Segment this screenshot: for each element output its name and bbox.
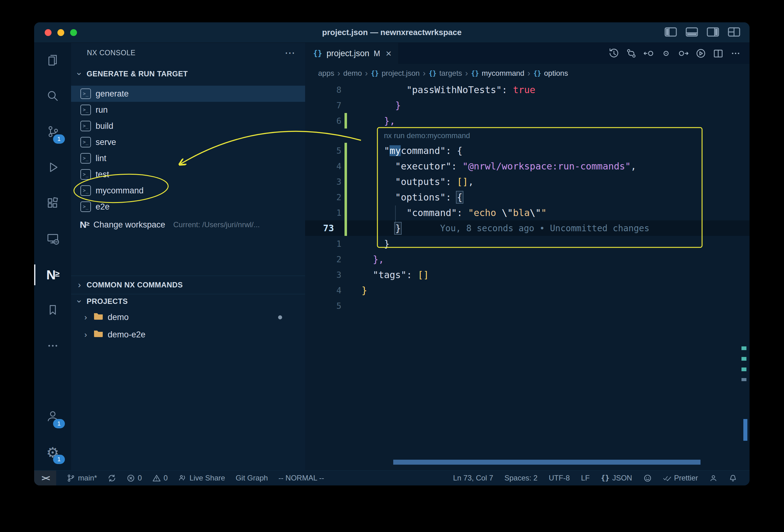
gutter-decorations — [341, 113, 362, 129]
section-generate-run-target[interactable]: › GENERATE & RUN TARGET — [71, 65, 305, 83]
section-projects[interactable]: › PROJECTS — [71, 294, 305, 309]
section-label: GENERATE & RUN TARGET — [87, 69, 188, 78]
breadcrumb-label: apps — [318, 69, 334, 78]
activity-item-remote-explorer[interactable] — [34, 221, 71, 257]
target-item-mycommand[interactable]: >_mycommand — [71, 183, 305, 199]
status-prettier[interactable]: Prettier — [663, 474, 698, 482]
chevron-down-icon: › — [75, 297, 84, 305]
target-label: build — [95, 121, 113, 131]
target-item-generate[interactable]: >_generate — [71, 86, 305, 102]
activity-item-more[interactable] — [34, 328, 71, 364]
status-indentation[interactable]: Spaces: 2 — [504, 474, 537, 482]
close-icon[interactable]: × — [386, 49, 392, 58]
gutter-decorations — [341, 236, 362, 251]
breadcrumb-separator-icon: › — [337, 68, 340, 78]
breadcrumb-demo[interactable]: demo — [343, 69, 362, 78]
horizontal-scrollbar[interactable] — [393, 460, 701, 465]
code-line: 1 "command": "echo \"bla\"" — [305, 205, 750, 220]
tab-project-json[interactable]: {} project.json M × — [305, 43, 399, 64]
status-notifications[interactable] — [729, 474, 737, 482]
status-git-graph[interactable]: Git Graph — [235, 474, 268, 482]
target-item-lint[interactable]: >_lint — [71, 150, 305, 166]
split-editor-icon[interactable] — [711, 46, 725, 60]
target-list: >_generate>_run>_build>_serve>_lint>_tes… — [71, 86, 305, 215]
codelens-run-command[interactable]: nx run demo:mycommand — [305, 129, 750, 143]
gutter-decorations — [341, 189, 362, 205]
status-user-feedback[interactable] — [709, 474, 718, 482]
explorer-icon — [46, 53, 60, 68]
breadcrumb-separator-icon: › — [527, 68, 530, 78]
project-item-demo[interactable]: ›demo — [71, 309, 305, 326]
breadcrumb-apps[interactable]: apps — [318, 69, 334, 78]
code-text: } — [362, 285, 367, 296]
open-changes-left-icon[interactable] — [642, 46, 656, 60]
breadcrumb-options[interactable]: {}options — [533, 69, 568, 78]
status-vim-mode[interactable]: -- NORMAL -- — [278, 474, 324, 482]
target-label: e2e — [95, 202, 110, 212]
open-changes-icon[interactable] — [659, 46, 673, 60]
layout-sidebar-left-icon[interactable] — [665, 27, 677, 38]
line-number: 5 — [305, 146, 341, 156]
remote-icon: >< — [41, 473, 49, 483]
activity-item-settings-gear[interactable]: ⚙1 — [34, 435, 71, 470]
status-encoding[interactable]: UTF-8 — [549, 474, 570, 482]
timeline-icon[interactable] — [607, 46, 621, 60]
play-circle-icon[interactable] — [694, 46, 708, 60]
activity-item-nx-console[interactable]: N≥ — [34, 257, 71, 293]
breadcrumb-project.json[interactable]: {}project.json — [371, 69, 420, 78]
status-cursor-position[interactable]: Ln 73, Col 7 — [453, 474, 493, 482]
status-warnings[interactable]: 0 — [152, 474, 168, 482]
status-sync-changes[interactable] — [108, 474, 116, 482]
activity-item-extensions[interactable] — [34, 186, 71, 221]
status-git-branch[interactable]: main* — [67, 474, 97, 482]
zoom-window-button[interactable] — [70, 29, 77, 36]
activity-item-search[interactable] — [34, 79, 71, 114]
status-language-mode[interactable]: {}JSON — [601, 474, 632, 482]
breadcrumb-targets[interactable]: {}targets — [429, 69, 462, 78]
run-target-icon: >_ — [80, 153, 91, 164]
feedback-icon — [709, 474, 718, 482]
activity-item-bookmarks[interactable] — [34, 293, 71, 328]
status-live-share[interactable]: Live Share — [178, 474, 225, 482]
nx-logo-icon: N≥ — [80, 219, 89, 230]
code-text: "mycommand": { — [362, 145, 463, 156]
minimize-window-button[interactable] — [57, 29, 64, 36]
close-window-button[interactable] — [45, 29, 52, 36]
target-item-run[interactable]: >_run — [71, 102, 305, 118]
code-text: } — [362, 100, 401, 111]
project-item-demo-e2e[interactable]: ›demo-e2e — [71, 326, 305, 343]
activity-item-accounts[interactable]: 1 — [34, 399, 71, 435]
activity-item-explorer[interactable] — [34, 43, 71, 79]
change-workspace-item[interactable]: N≥ Change workspace Current: /Users/juri… — [71, 215, 305, 235]
breadcrumb-mycommand[interactable]: {}mycommand — [471, 69, 525, 78]
status-label: 0 — [164, 474, 168, 482]
more-actions-icon[interactable]: ⋯ — [285, 47, 296, 59]
status-remote-indicator[interactable]: >< — [34, 471, 56, 485]
activity-item-source-control[interactable]: 1 — [34, 114, 71, 150]
status-feedback-smiley[interactable] — [643, 474, 652, 482]
target-item-e2e[interactable]: >_e2e — [71, 199, 305, 215]
status-errors[interactable]: 0 — [127, 474, 142, 482]
live-share-icon — [178, 474, 187, 482]
run-target-icon: >_ — [80, 185, 91, 196]
layout-grid-icon[interactable] — [728, 27, 740, 38]
layout-sidebar-right-icon[interactable] — [707, 27, 719, 38]
run-target-icon: >_ — [80, 88, 91, 99]
line-number: 4 — [305, 285, 341, 295]
status-eol[interactable]: LF — [581, 474, 590, 482]
code-line: 5 "mycommand": { — [305, 143, 750, 158]
chevron-right-icon: › — [82, 330, 89, 340]
more-actions-icon[interactable] — [728, 46, 743, 60]
target-item-serve[interactable]: >_serve — [71, 134, 305, 150]
gutter-decorations — [341, 174, 362, 189]
compare-icon[interactable] — [624, 46, 639, 60]
vertical-scrollbar[interactable] — [743, 419, 747, 441]
layout-panel-icon[interactable] — [685, 27, 698, 38]
target-label: generate — [95, 89, 129, 99]
section-common-nx-commands[interactable]: › COMMON NX COMMANDS — [71, 276, 305, 294]
json-file-icon: {} — [313, 49, 322, 58]
target-item-test[interactable]: >_test — [71, 166, 305, 183]
target-item-build[interactable]: >_build — [71, 118, 305, 134]
activity-item-run-debug[interactable] — [34, 150, 71, 186]
open-changes-right-icon[interactable] — [676, 46, 691, 60]
